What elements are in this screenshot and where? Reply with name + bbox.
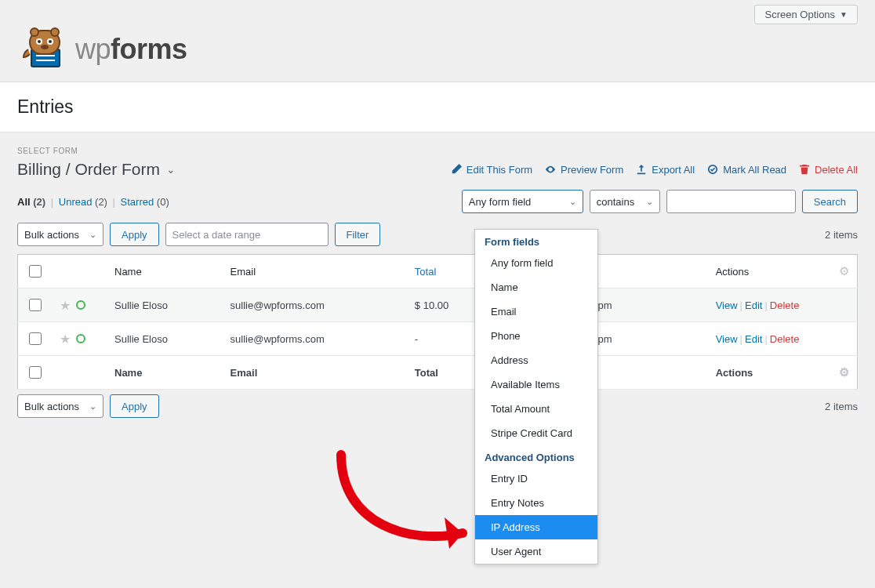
row-edit-link[interactable]: Edit: [745, 299, 762, 311]
dropdown-item[interactable]: Total Amount: [475, 397, 597, 421]
mark-all-read-link[interactable]: Mark All Read: [707, 164, 786, 176]
delete-all-label: Delete All: [815, 164, 858, 176]
export-all-label: Export All: [652, 164, 695, 176]
row-view-link[interactable]: View: [716, 333, 738, 345]
dropdown-item[interactable]: Address: [475, 348, 597, 372]
svg-point-7: [49, 40, 52, 43]
view-starred-link[interactable]: Starred (0): [121, 196, 169, 208]
svg-point-9: [31, 28, 38, 36]
view-unread-link[interactable]: Unread (2): [59, 196, 107, 208]
preview-form-link[interactable]: Preview Form: [545, 164, 623, 176]
col-name[interactable]: Name: [107, 255, 223, 289]
col-actions-foot: Actions: [708, 356, 831, 390]
dropdown-item[interactable]: IP Address: [475, 515, 597, 539]
caret-down-icon: ▼: [840, 10, 848, 19]
row-delete-link[interactable]: Delete: [770, 299, 800, 311]
logo-wp: wp: [75, 33, 111, 66]
unread-dot-icon[interactable]: [76, 300, 85, 310]
svg-point-5: [38, 40, 41, 43]
search-condition-select[interactable]: contains ⌄: [590, 190, 660, 213]
bulk-actions-select-bottom[interactable]: Bulk actions ⌄: [17, 394, 103, 418]
export-all-link[interactable]: Export All: [636, 164, 695, 176]
wpforms-mascot-icon: [17, 26, 67, 72]
svg-point-10: [51, 28, 59, 36]
cell-name: Sullie Eloso: [107, 289, 223, 322]
search-field-select[interactable]: Any form field ⌄: [462, 190, 583, 213]
row-edit-link[interactable]: Edit: [745, 333, 762, 345]
dropdown-group-form-fields: Form fields: [475, 230, 597, 251]
col-name-foot[interactable]: Name: [107, 356, 223, 390]
gear-icon[interactable]: ⚙: [839, 365, 849, 379]
bulk-actions-value: Bulk actions: [24, 229, 79, 241]
search-button[interactable]: Search: [802, 190, 858, 213]
cell-email: sullie@wpforms.com: [223, 289, 407, 322]
eye-icon: [545, 164, 556, 175]
col-email[interactable]: Email: [223, 255, 407, 289]
dropdown-item[interactable]: Phone: [475, 324, 597, 348]
chevron-down-icon: ⌄: [569, 197, 576, 207]
row-checkbox[interactable]: [29, 299, 42, 311]
select-all-checkbox[interactable]: [29, 265, 42, 278]
wpforms-logo: wpforms: [75, 33, 187, 66]
dropdown-item[interactable]: User Agent: [475, 539, 597, 564]
date-range-input[interactable]: [165, 223, 329, 246]
dropdown-item[interactable]: Stripe Credit Card: [475, 421, 597, 445]
dropdown-item[interactable]: Entry Notes: [475, 491, 597, 515]
chevron-down-icon: ⌄: [646, 197, 653, 207]
edit-form-link[interactable]: Edit This Form: [451, 164, 532, 176]
chevron-down-icon: ⌄: [89, 230, 96, 240]
select-all-checkbox-bottom[interactable]: [29, 366, 42, 379]
trash-icon: [799, 164, 810, 175]
cell-name: Sullie Eloso: [107, 322, 223, 356]
select-form-label: SELECT FORM: [17, 147, 858, 155]
bulk-actions-select[interactable]: Bulk actions ⌄: [17, 223, 103, 246]
search-input[interactable]: [666, 190, 796, 213]
check-circle-icon: [707, 164, 718, 175]
gear-icon[interactable]: ⚙: [839, 264, 849, 278]
dropdown-group-advanced: Advanced Options: [475, 445, 597, 466]
page-title: Entries: [17, 96, 858, 118]
view-filter-links: All (2) | Unread (2) | Starred (0): [17, 196, 169, 208]
screen-options-label: Screen Options: [764, 9, 835, 20]
dropdown-item[interactable]: Email: [475, 299, 597, 324]
form-selector[interactable]: Billing / Order Form ⌄: [17, 160, 176, 179]
col-email-foot[interactable]: Email: [223, 356, 407, 390]
filter-button[interactable]: Filter: [335, 223, 381, 246]
dropdown-item[interactable]: Name: [475, 275, 597, 299]
chevron-down-icon: ⌄: [166, 163, 176, 176]
logo-forms: forms: [111, 33, 187, 66]
export-icon: [636, 164, 647, 175]
dropdown-item[interactable]: Any form field: [475, 251, 597, 275]
bulk-apply-button-bottom[interactable]: Apply: [110, 394, 159, 418]
chevron-down-icon: ⌄: [89, 401, 96, 412]
edit-form-label: Edit This Form: [467, 164, 532, 176]
search-condition-value: contains: [597, 196, 634, 208]
items-count-top: 2 items: [825, 229, 858, 241]
screen-options-button[interactable]: Screen Options ▼: [754, 5, 858, 24]
preview-form-label: Preview Form: [561, 164, 623, 176]
delete-all-link[interactable]: Delete All: [799, 164, 858, 176]
view-all-link[interactable]: All (2): [17, 196, 45, 208]
star-icon[interactable]: ★: [60, 332, 71, 346]
mark-all-read-label: Mark All Read: [723, 164, 786, 176]
bulk-actions-value: Bulk actions: [24, 401, 79, 412]
row-delete-link[interactable]: Delete: [770, 333, 800, 345]
unread-dot-icon[interactable]: [76, 334, 85, 343]
dropdown-item[interactable]: Entry ID: [475, 466, 597, 491]
table-row: ★ Sullie Eloso sullie@wpforms.com - Augu…: [18, 322, 858, 356]
cell-email: sullie@wpforms.com: [223, 322, 407, 356]
table-row: ★ Sullie Eloso sullie@wpforms.com $ 10.0…: [18, 289, 858, 322]
annotation-arrow-icon: [310, 431, 490, 564]
svg-point-8: [41, 45, 49, 49]
pencil-icon: [451, 164, 462, 175]
form-name-text: Billing / Order Form: [17, 160, 160, 179]
entries-table: Name Email Total Date Actions ⚙ ★ Sullie…: [17, 254, 858, 390]
col-actions: Actions: [708, 255, 831, 289]
items-count-bottom: 2 items: [825, 401, 858, 412]
row-view-link[interactable]: View: [716, 299, 738, 311]
bulk-apply-button[interactable]: Apply: [110, 223, 159, 246]
star-icon[interactable]: ★: [60, 299, 71, 312]
row-checkbox[interactable]: [29, 332, 42, 345]
dropdown-item[interactable]: Available Items: [475, 372, 597, 397]
search-field-dropdown[interactable]: Form fieldsAny form fieldNameEmailPhoneA…: [474, 229, 598, 564]
